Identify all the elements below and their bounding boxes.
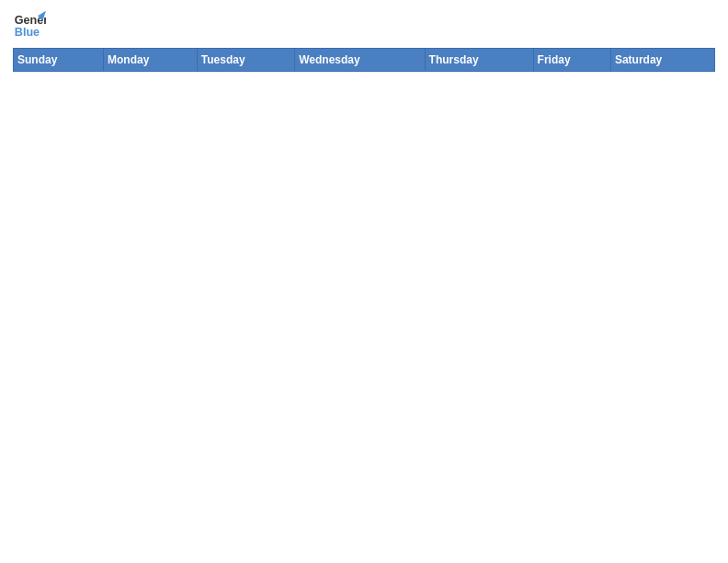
page: General Blue SundayMondayTuesdayWednesda… <box>0 0 728 81</box>
calendar-header-thursday: Thursday <box>425 49 533 72</box>
logo-icon: General Blue <box>13 9 46 42</box>
header: General Blue <box>13 9 715 42</box>
calendar-header-saturday: Saturday <box>610 49 714 72</box>
calendar-header-tuesday: Tuesday <box>197 49 294 72</box>
calendar-header-row: SundayMondayTuesdayWednesdayThursdayFrid… <box>14 49 715 72</box>
calendar: SundayMondayTuesdayWednesdayThursdayFrid… <box>13 48 715 72</box>
calendar-header-sunday: Sunday <box>14 49 104 72</box>
calendar-header-friday: Friday <box>533 49 610 72</box>
calendar-header-wednesday: Wednesday <box>295 49 425 72</box>
svg-text:Blue: Blue <box>15 26 40 39</box>
calendar-header-monday: Monday <box>104 49 198 72</box>
logo: General Blue <box>13 9 46 42</box>
